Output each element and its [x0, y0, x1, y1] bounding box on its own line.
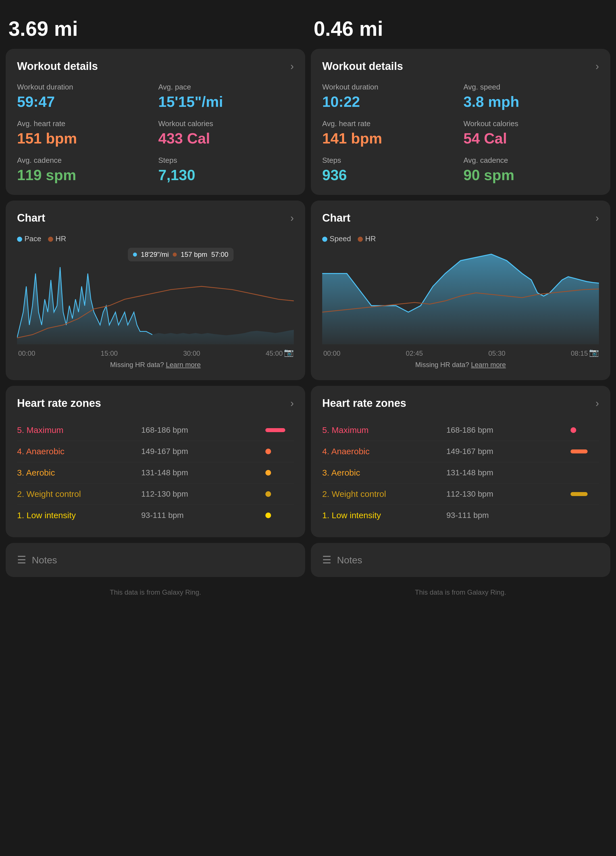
right-cadence-stat: Avg. cadence 90 spm: [464, 156, 599, 183]
left-chart-time-labels: 00:00 15:00 30:00 45:00: [17, 349, 284, 357]
right-workout-chevron[interactable]: ›: [596, 60, 599, 72]
right-workout-details-card: Workout details › Workout duration 10:22…: [311, 49, 610, 195]
right-chart-camera-icon[interactable]: 📷: [589, 348, 599, 357]
left-duration-stat: Workout duration 59:47: [17, 83, 152, 110]
left-zone-3: 3. Aerobic 131-148 bpm: [17, 462, 294, 483]
left-chart-tooltip: 18'29"/mi 157 bpm 57:00: [128, 248, 234, 262]
left-distance: 3.69 mi: [6, 11, 305, 43]
right-zone-3: 3. Aerobic 131-148 bpm: [322, 462, 599, 483]
right-heartrate-stat: Avg. heart rate 141 bpm: [322, 119, 458, 147]
left-missing-hr: Missing HR data? Learn more: [17, 361, 294, 369]
left-footer: This data is from Galaxy Ring.: [6, 583, 305, 602]
right-notes-label: Notes: [337, 554, 362, 566]
right-hr-zones-card: Heart rate zones › 5. Maximum 168-186 bp…: [311, 386, 610, 537]
right-chart-area: [322, 248, 599, 344]
right-steps-stat: Steps 936: [322, 156, 458, 183]
left-chart-card: Chart › Pace HR 18'29"/mi 157 bpm 57:00: [6, 200, 305, 380]
right-hr-zones-chevron[interactable]: ›: [596, 397, 599, 410]
left-chart-chevron[interactable]: ›: [290, 212, 294, 224]
left-steps-stat: Steps 7,130: [158, 156, 294, 183]
left-zone-5: 5. Maximum 168-186 bpm: [17, 420, 294, 441]
left-zone-4: 4. Anaerobic 149-167 bpm: [17, 441, 294, 462]
right-calories-stat: Workout calories 54 Cal: [464, 119, 599, 147]
right-distance: 0.46 mi: [311, 11, 610, 43]
right-chart-title: Chart: [322, 212, 350, 224]
left-notes-card[interactable]: ☰ Notes: [6, 543, 305, 577]
right-missing-hr: Missing HR data? Learn more: [322, 361, 599, 369]
right-chart-card: Chart › Speed HR: [311, 200, 610, 380]
right-zone-4: 4. Anaerobic 149-167 bpm: [322, 441, 599, 462]
left-hr-zones-list: 5. Maximum 168-186 bpm 4. Anaerobic 149-…: [17, 420, 294, 526]
left-workout-chevron[interactable]: ›: [290, 60, 294, 72]
left-workout-details-card: Workout details › Workout duration 59:47…: [6, 49, 305, 195]
right-workout-title: Workout details: [322, 60, 403, 72]
left-pace-stat: Avg. pace 15'15"/mi: [158, 83, 294, 110]
left-learn-more-link[interactable]: Learn more: [166, 361, 201, 368]
left-hr-zones-chevron[interactable]: ›: [290, 397, 294, 410]
left-chart-title: Chart: [17, 212, 45, 224]
left-chart-camera-icon[interactable]: 📷: [284, 348, 294, 357]
right-notes-icon: ☰: [322, 554, 331, 566]
left-calories-stat: Workout calories 433 Cal: [158, 119, 294, 147]
right-chart-svg: [322, 248, 599, 344]
right-zone-2: 2. Weight control 112-130 bpm: [322, 483, 599, 505]
right-learn-more-link[interactable]: Learn more: [471, 361, 506, 368]
right-hr-zones-list: 5. Maximum 168-186 bpm 4. Anaerobic 149-…: [322, 420, 599, 526]
right-hr-zones-title: Heart rate zones: [322, 397, 406, 410]
left-notes-label: Notes: [32, 554, 57, 566]
right-duration-stat: Workout duration 10:22: [322, 83, 458, 110]
right-chart-legend: Speed HR: [322, 234, 599, 243]
left-zone-1: 1. Low intensity 93-111 bpm: [17, 505, 294, 526]
right-zone-1: 1. Low intensity 93-111 bpm: [322, 505, 599, 526]
left-cadence-stat: Avg. cadence 119 spm: [17, 156, 152, 183]
left-chart-svg: [17, 248, 294, 344]
right-footer: This data is from Galaxy Ring.: [311, 583, 610, 602]
left-heartrate-stat: Avg. heart rate 151 bpm: [17, 119, 152, 147]
right-chart-time-labels: 00:00 02:45 05:30 08:15: [322, 349, 589, 357]
left-notes-icon: ☰: [17, 554, 26, 566]
left-workout-title: Workout details: [17, 60, 98, 72]
left-hr-zones-card: Heart rate zones › 5. Maximum 168-186 bp…: [6, 386, 305, 537]
right-notes-card[interactable]: ☰ Notes: [311, 543, 610, 577]
left-chart-legend: Pace HR: [17, 234, 294, 243]
right-speed-stat: Avg. speed 3.8 mph: [464, 83, 599, 110]
right-zone-5: 5. Maximum 168-186 bpm: [322, 420, 599, 441]
right-chart-chevron[interactable]: ›: [596, 212, 599, 224]
left-chart-area: 18'29"/mi 157 bpm 57:00: [17, 248, 294, 344]
left-zone-2: 2. Weight control 112-130 bpm: [17, 483, 294, 505]
left-hr-zones-title: Heart rate zones: [17, 397, 101, 410]
